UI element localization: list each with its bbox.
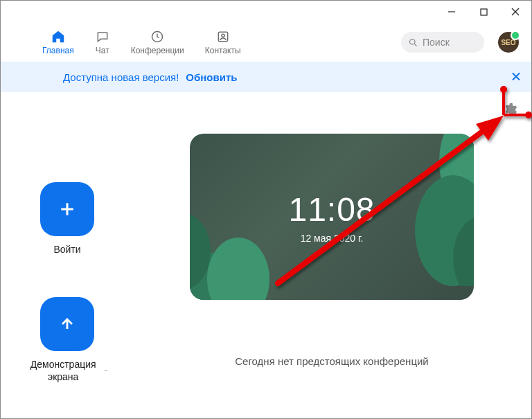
svg-rect-1 [481,9,487,15]
main-toolbar: Главная Чат Конференции Контакты [1,23,531,62]
action-share: Демонстрация экрана [26,297,109,383]
svg-line-8 [414,44,416,46]
no-meetings-text: Сегодня нет предстоящих конференций [235,355,428,367]
action-join: Войти [26,182,109,256]
chevron-down-icon[interactable] [103,367,109,374]
clock-icon [150,29,165,44]
gear-icon [502,102,517,117]
tab-chat[interactable]: Чат [95,29,110,55]
home-icon [51,29,66,44]
update-banner: Доступна новая версия! Обновить [1,62,531,92]
nav-tabs: Главная Чат Конференции Контакты [42,29,241,55]
tab-home[interactable]: Главная [42,29,74,55]
chat-icon [95,29,110,44]
svg-point-6 [222,34,224,37]
decorative-plant-left [190,168,287,300]
search-input[interactable]: Поиск [401,32,484,53]
tab-chat-label: Чат [96,46,109,55]
user-avatar[interactable]: SEO [498,32,519,53]
share-screen-button[interactable] [40,297,94,351]
content-area: Войти Демонстрация экрана [1,92,531,418]
settings-button[interactable] [501,100,519,118]
close-button[interactable] [499,1,531,23]
plus-icon [57,199,78,220]
svg-point-7 [410,39,416,44]
share-label: Демонстрация экрана [26,358,109,383]
action-sidebar: Войти Демонстрация экрана [1,92,132,418]
main-panel: 11:08 12 мая 2020 г. Сегодня нет предсто… [132,92,531,418]
join-label: Войти [53,243,80,256]
search-placeholder: Поиск [423,37,450,48]
window-titlebar [1,1,531,23]
svg-point-15 [207,238,269,300]
tab-contacts[interactable]: Контакты [205,29,241,55]
tab-home-label: Главная [42,46,74,55]
search-icon [408,37,418,48]
arrow-up-icon [57,314,77,334]
maximize-button[interactable] [468,1,499,23]
clock-time: 11:08 [288,190,375,229]
decorative-plant-right [384,134,474,286]
banner-text: Доступна новая версия! [63,71,179,83]
minimize-button[interactable] [436,1,468,23]
join-button[interactable] [40,182,94,236]
tab-contacts-label: Контакты [205,46,241,55]
banner-update-link[interactable]: Обновить [186,71,237,83]
clock-date: 12 мая 2020 г. [301,233,364,244]
tab-meetings[interactable]: Конференции [131,29,184,55]
contacts-icon [215,29,231,44]
tab-meetings-label: Конференции [131,46,184,55]
clock-card: 11:08 12 мая 2020 г. [190,134,474,300]
banner-close-icon[interactable] [512,71,520,83]
